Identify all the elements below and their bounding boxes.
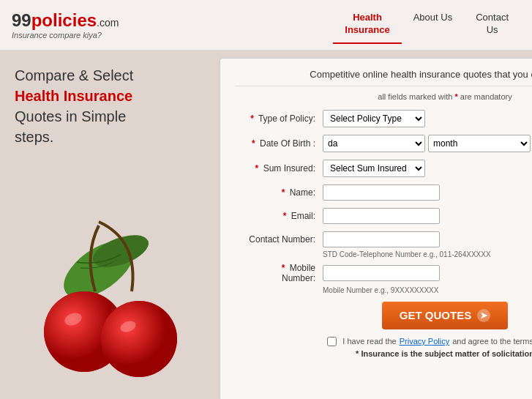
name-label-text: Name: [290, 187, 315, 198]
get-quotes-button[interactable]: GET QUOTES ➤ [382, 302, 508, 329]
left-panel: Compare & Select Health Insurance Quotes… [0, 51, 220, 399]
form-header: Competitive online health insurance quot… [235, 69, 532, 86]
logo-brand: 99 [12, 10, 31, 30]
name-label: * Name: [235, 187, 323, 198]
mobile-label: * MobileNumber: [235, 263, 323, 283]
sum-insured-label: * Sum Insured: [235, 163, 323, 174]
terms-checkbox[interactable] [327, 337, 337, 346]
name-input[interactable] [323, 184, 440, 201]
nav-area: HealthInsurance About Us ContactUs [333, 6, 520, 44]
policy-type-req: * [250, 113, 254, 124]
right-panel: Competitive online health insurance quot… [220, 51, 532, 399]
email-row: * Email: [235, 208, 532, 224]
dob-label-text: Date Of Birth : [260, 138, 315, 149]
terms-text: I have read the [342, 337, 396, 346]
nav-about-us-label: About Us [413, 12, 452, 23]
contact-row: Contact Number: ? [235, 231, 532, 247]
policy-type-row: * Type of Policy: Select Policy Type Ind… [235, 110, 532, 127]
nav-health-insurance-label: HealthInsurance [345, 12, 389, 35]
nav-about-us[interactable]: About Us [402, 6, 464, 44]
cherry-svg [26, 196, 194, 399]
mobile-input[interactable] [323, 265, 440, 281]
header: 99policies.com Insurance compare kiya? H… [0, 0, 532, 51]
logo-text: 99policies.com [12, 10, 119, 31]
tagline-line2: Quotes in Simple [15, 108, 126, 124]
name-row: * Name: [235, 184, 532, 201]
email-req: * [283, 211, 287, 221]
privacy-policy-link[interactable]: Privacy Policy [400, 337, 449, 346]
sum-insured-select[interactable]: Select Sum Insured 1 Lakh 2 Lakhs 3 Lakh… [323, 160, 425, 177]
policy-type-control: Select Policy Type Individual Family Flo… [323, 110, 532, 127]
mandatory-note: all fields marked with * are mandatory [235, 92, 532, 101]
email-label: * Email: [235, 211, 323, 221]
sum-insured-row: * Sum Insured: Select Sum Insured 1 Lakh… [235, 160, 532, 177]
svg-point-6 [101, 301, 177, 377]
email-input[interactable] [323, 208, 440, 224]
tagline-line3: steps. [15, 129, 53, 145]
main-content: Compare & Select Health Insurance Quotes… [0, 51, 532, 399]
sum-insured-req: * [255, 163, 259, 174]
logo-tagline: Insurance compare kiya? [12, 31, 119, 40]
email-label-text: Email: [291, 211, 315, 221]
mandatory-star: * [454, 92, 457, 101]
contact-label: Contact Number: [235, 234, 323, 245]
mobile-control [323, 265, 532, 281]
nav-health-insurance[interactable]: HealthInsurance [333, 6, 401, 44]
nav-contact-us-label: ContactUs [476, 12, 509, 35]
name-control [323, 184, 532, 201]
sum-insured-label-text: Sum Insured: [263, 163, 315, 174]
mandatory-prefix: all fields marked with [378, 92, 452, 101]
mandatory-suffix: are mandatory [460, 92, 512, 101]
terms-suffix: and agree to the terms therein. [452, 337, 532, 346]
policy-type-label: * Type of Policy: [235, 113, 323, 124]
logo-tld: .com [97, 17, 119, 29]
tagline-highlight: Health Insurance [15, 88, 132, 104]
tagline-line1: Compare & Select [15, 67, 133, 83]
contact-input[interactable] [323, 231, 440, 247]
policy-type-select[interactable]: Select Policy Type Individual Family Flo… [323, 110, 425, 127]
contact-hint: STD Code-Telephone Number e.g., 011-264X… [323, 250, 532, 258]
mobile-hint: Mobile Number e.g., 9XXXXXXXXX [323, 286, 532, 294]
btn-row: GET QUOTES ➤ [235, 302, 532, 329]
terms-row: I have read the Privacy Policy and agree… [235, 337, 532, 346]
dob-day-select[interactable]: da [323, 135, 425, 152]
name-req: * [282, 187, 285, 198]
dob-label: * Date Of Birth : [235, 138, 323, 149]
policy-type-label-text: Type of Policy: [258, 113, 315, 124]
mobile-label-text: MobileNumber: [282, 263, 315, 283]
contact-control [323, 231, 532, 247]
solicitation-text: * Insurance is the subject matter of sol… [235, 349, 532, 358]
sum-insured-control: Select Sum Insured 1 Lakh 2 Lakhs 3 Lakh… [323, 160, 532, 177]
dob-month-select[interactable]: month [428, 135, 531, 152]
dob-row: * Date Of Birth : da month yea ? [235, 135, 532, 152]
logo-area: 99policies.com Insurance compare kiya? [12, 10, 119, 40]
form-card: Competitive online health insurance quot… [220, 58, 532, 399]
email-control [323, 208, 532, 224]
get-quotes-label: GET QUOTES [400, 309, 471, 321]
dob-req: * [252, 138, 255, 149]
dob-control: da month yea [323, 135, 532, 152]
contact-label-text: Contact Number: [249, 234, 315, 245]
nav-contact-us[interactable]: ContactUs [464, 6, 520, 44]
left-tagline: Compare & Select Health Insurance Quotes… [15, 65, 205, 147]
mobile-row: * MobileNumber: ? [235, 263, 532, 283]
cherry-illustration [0, 196, 220, 399]
arrow-icon: ➤ [477, 309, 490, 322]
mobile-req: * [282, 263, 285, 273]
logo-policies: policies [31, 10, 97, 30]
